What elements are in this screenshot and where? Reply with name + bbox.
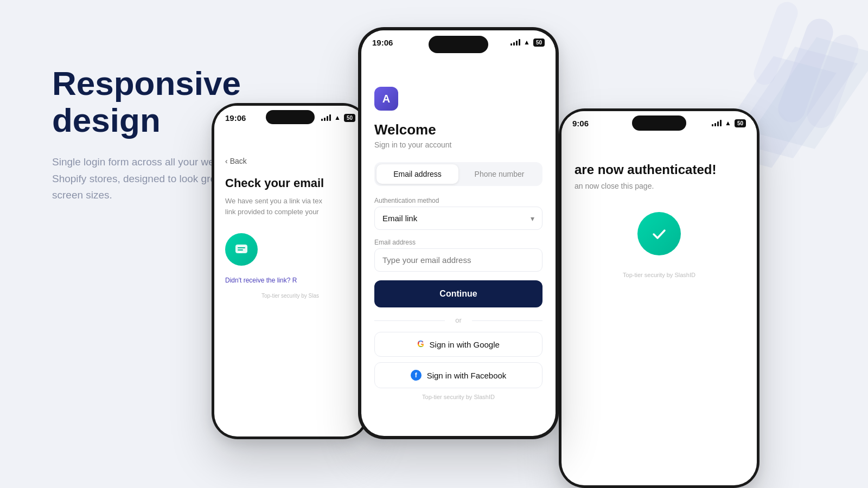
google-icon: G xyxy=(417,339,424,349)
back-label: Back xyxy=(230,157,247,165)
wifi-icon-left: ▲ xyxy=(334,114,341,121)
wifi-icon-right: ▲ xyxy=(725,119,731,127)
dynamic-island-right xyxy=(632,115,686,131)
svg-rect-2 xyxy=(751,0,801,88)
rbar1 xyxy=(712,124,713,126)
right-security-note: Top-tier security by SlashID xyxy=(575,272,744,278)
continue-button[interactable]: Continue xyxy=(374,280,542,307)
success-check-circle xyxy=(637,212,681,255)
rbar2 xyxy=(714,123,716,126)
back-chevron-icon: ‹ xyxy=(225,157,228,165)
chat-icon xyxy=(234,242,249,257)
svg-rect-5 xyxy=(238,247,245,248)
cbar1 xyxy=(510,43,512,46)
phone-right-screen: 9:06 ▲ 50 are now authenticated! an now … xyxy=(561,111,757,485)
phone-center-screen: 19:06 ▲ 50 A Welcome Sign in to your acc… xyxy=(361,30,556,436)
svg-rect-1 xyxy=(803,31,863,132)
rbar4 xyxy=(720,120,722,126)
email-label: Email address xyxy=(374,239,542,246)
app-logo: A xyxy=(374,87,398,111)
body-line2: link provided to complete your xyxy=(225,208,319,216)
email-input[interactable] xyxy=(374,248,542,272)
status-icons-right: ▲ 50 xyxy=(712,119,746,127)
cbar2 xyxy=(513,42,515,46)
svg-rect-6 xyxy=(238,249,243,251)
auth-method-label: Authentication method xyxy=(374,197,542,204)
bar4 xyxy=(329,114,331,121)
auth-success-title: are now authenticated! xyxy=(575,162,744,177)
status-icons-center: ▲ 50 xyxy=(510,38,545,47)
phone-left-mockup: 19:06 ▲ 50 ‹ Back Check your email We ha… xyxy=(212,103,369,439)
bar1 xyxy=(321,119,323,121)
signal-bars-left xyxy=(321,114,331,121)
facebook-icon: f xyxy=(411,370,422,381)
center-phone-content: A Welcome Sign in to your account Email … xyxy=(361,54,556,411)
login-tab-group: Email address Phone number xyxy=(374,162,542,186)
tab-phone-btn[interactable]: Phone number xyxy=(458,164,540,184)
divider-or: or xyxy=(374,316,542,324)
battery-right: 50 xyxy=(735,119,746,127)
welcome-subtitle: Sign in to your account xyxy=(374,140,542,149)
facebook-btn-label: Sign in with Facebook xyxy=(427,371,507,380)
google-btn-label: Sign in with Google xyxy=(430,340,500,349)
checkmark-icon xyxy=(648,223,670,245)
cbar4 xyxy=(519,39,520,46)
bar2 xyxy=(324,118,326,121)
signal-bars-right xyxy=(712,120,722,126)
auth-method-field: Authentication method Email link ▾ xyxy=(374,197,542,230)
resend-static: Didn't receive the link? xyxy=(225,277,290,284)
chevron-down-icon: ▾ xyxy=(531,214,534,223)
phone-center-mockup: 19:06 ▲ 50 A Welcome Sign in to your acc… xyxy=(358,27,559,439)
resend-link-action[interactable]: R xyxy=(292,277,297,284)
phone-right-mockup: 9:06 ▲ 50 are now authenticated! an now … xyxy=(559,108,760,488)
auth-success-subtitle: an now close this page. xyxy=(575,182,744,190)
status-time-center: 19:06 xyxy=(372,38,393,47)
cbar3 xyxy=(516,41,518,46)
status-time-left: 19:06 xyxy=(225,113,246,123)
welcome-title: Welcome xyxy=(374,121,542,138)
auth-title-text: are now authenticated! xyxy=(575,162,716,177)
facebook-signin-button[interactable]: f Sign in with Facebook xyxy=(374,362,542,388)
check-email-title: Check your email xyxy=(225,176,355,190)
status-time-right: 9:06 xyxy=(572,119,589,128)
left-security-note: Top-tier security by Slas xyxy=(225,293,355,299)
auth-subtitle-text: an now close this page. xyxy=(575,182,654,190)
check-email-body: We have sent you a link via tex link pro… xyxy=(225,196,355,217)
body-line1: We have sent you a link via tex xyxy=(225,197,322,205)
resend-text: Didn't receive the link? R xyxy=(225,277,355,284)
phone-left-screen: 19:06 ▲ 50 ‹ Back Check your email We ha… xyxy=(214,106,366,436)
rbar3 xyxy=(717,121,719,126)
email-field-group: Email address xyxy=(374,239,542,272)
app-logo-letter: A xyxy=(382,93,390,105)
auth-method-select[interactable]: Email link ▾ xyxy=(374,207,542,230)
dynamic-island-center xyxy=(429,36,488,53)
dynamic-island-left xyxy=(266,110,315,124)
back-button[interactable]: ‹ Back xyxy=(225,157,355,165)
bar3 xyxy=(327,116,328,121)
battery-left: 50 xyxy=(344,114,355,122)
svg-rect-0 xyxy=(774,15,837,126)
right-phone-content: are now authenticated! an now close this… xyxy=(561,135,757,287)
status-icons-left: ▲ 50 xyxy=(321,114,355,122)
signal-bars-center xyxy=(510,39,520,46)
center-security-note: Top-tier security by SlashID xyxy=(374,394,542,400)
auth-method-value: Email link xyxy=(382,214,417,223)
tab-email-btn[interactable]: Email address xyxy=(376,164,458,184)
svg-rect-3 xyxy=(235,245,247,253)
google-signin-button[interactable]: G Sign in with Google xyxy=(374,332,542,357)
wifi-icon-center: ▲ xyxy=(524,38,530,46)
battery-center: 50 xyxy=(533,38,545,47)
left-phone-content: ‹ Back Check your email We have sent you… xyxy=(214,130,366,307)
chat-icon-circle xyxy=(225,233,258,266)
